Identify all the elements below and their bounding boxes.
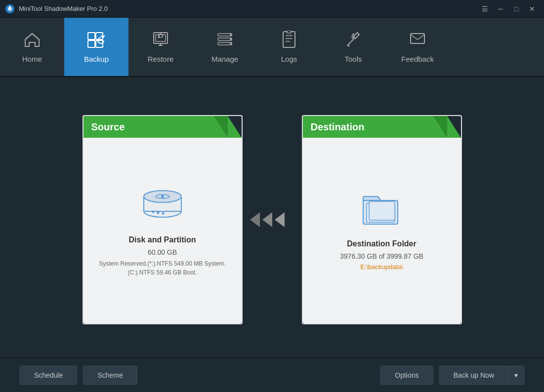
svg-point-24 — [161, 195, 164, 198]
destination-header-label: Destination — [311, 121, 365, 133]
destination-space: 3976.30 GB of 3999.87 GB — [340, 252, 423, 260]
options-button[interactable]: Options — [380, 366, 433, 385]
source-detail: System Reserved.(*:).NTFS 549.00 MB Syst… — [93, 259, 232, 277]
footer-left: Schedule Scheme — [20, 366, 137, 385]
nav-label-feedback: Feedback — [401, 55, 434, 63]
nav-item-logs[interactable]: Logs — [257, 18, 321, 76]
app-title: MiniTool ShadowMaker Pro 2.0 — [19, 5, 108, 12]
menu-button[interactable]: ☰ — [478, 3, 492, 14]
titlebar-left: MiniTool ShadowMaker Pro 2.0 — [5, 4, 108, 14]
minimize-button[interactable]: ─ — [494, 3, 507, 14]
manage-icon — [216, 31, 234, 51]
nav-label-restore: Restore — [148, 55, 174, 63]
arrow-area — [243, 207, 302, 232]
svg-rect-18 — [287, 31, 291, 33]
source-header-label: Source — [91, 121, 125, 133]
nav-item-manage[interactable]: Manage — [193, 18, 257, 76]
footer: Schedule Scheme Options Back up Now ▾ — [0, 357, 544, 392]
feedback-icon — [409, 31, 426, 51]
svg-rect-30 — [369, 201, 395, 220]
svg-rect-7 — [156, 35, 166, 41]
nav-label-home: Home — [22, 55, 42, 63]
main-content: Source — [0, 77, 544, 357]
svg-point-25 — [152, 211, 154, 213]
source-title: Disk and Partition — [128, 235, 196, 244]
folder-icon — [361, 191, 403, 230]
svg-point-27 — [162, 212, 164, 215]
app-logo-icon — [5, 4, 15, 14]
nav-item-home[interactable]: Home — [0, 18, 64, 76]
cards-row: Source — [20, 92, 524, 348]
titlebar: MiniTool ShadowMaker Pro 2.0 ☰ ─ □ ✕ — [0, 0, 544, 18]
destination-card-body: Destination Folder 3976.30 GB of 3999.87… — [330, 138, 433, 323]
source-card[interactable]: Source — [83, 115, 243, 324]
svg-point-12 — [230, 38, 232, 40]
svg-point-13 — [230, 42, 232, 44]
home-icon — [23, 31, 41, 51]
nav-label-backup: Backup — [84, 55, 109, 63]
close-button[interactable]: ✕ — [525, 3, 539, 14]
nav-item-feedback[interactable]: Feedback — [385, 18, 450, 76]
nav-item-backup[interactable]: Backup — [64, 18, 128, 76]
backup-now-button[interactable]: Back up Now — [439, 366, 508, 385]
source-card-body: Disk and Partition 60.00 GB System Reser… — [84, 138, 242, 323]
svg-rect-9 — [218, 38, 232, 40]
source-size: 60.00 GB — [148, 248, 177, 256]
destination-title: Destination Folder — [347, 239, 416, 248]
svg-rect-10 — [218, 42, 232, 45]
titlebar-controls: ☰ ─ □ ✕ — [478, 3, 539, 14]
backup-dropdown-button[interactable]: ▾ — [508, 366, 524, 385]
nav-label-tools: Tools — [344, 55, 362, 63]
destination-card[interactable]: Destination — [302, 115, 462, 324]
nav-label-manage: Manage — [211, 55, 238, 63]
destination-path: E:\backupdata\ — [360, 263, 403, 271]
svg-rect-19 — [411, 34, 424, 43]
svg-rect-14 — [283, 32, 295, 47]
tools-icon — [344, 31, 362, 51]
svg-point-26 — [157, 212, 159, 214]
svg-point-1 — [8, 7, 12, 11]
footer-right: Options Back up Now ▾ — [380, 366, 524, 385]
logs-icon — [280, 31, 298, 51]
nav-item-tools[interactable]: Tools — [321, 18, 385, 76]
nav-item-restore[interactable]: Restore — [128, 18, 193, 76]
svg-point-11 — [230, 34, 232, 36]
schedule-button[interactable]: Schedule — [20, 366, 77, 385]
svg-rect-4 — [88, 40, 95, 47]
nav-label-logs: Logs — [281, 55, 297, 63]
svg-rect-8 — [218, 34, 232, 36]
scheme-button[interactable]: Scheme — [83, 366, 137, 385]
navbar: Home Backup Restore — [0, 18, 544, 77]
maximize-button[interactable]: □ — [509, 3, 523, 14]
disk-icon — [140, 184, 185, 226]
restore-icon — [152, 31, 169, 51]
svg-rect-2 — [88, 33, 95, 39]
backup-icon — [87, 31, 106, 51]
svg-rect-5 — [96, 40, 103, 47]
